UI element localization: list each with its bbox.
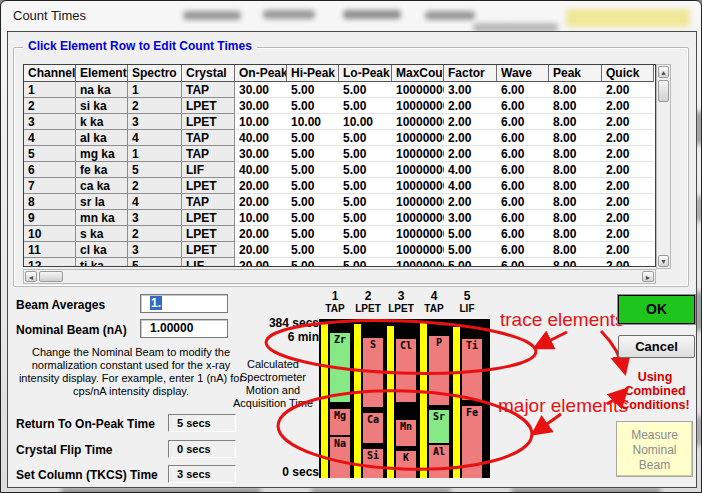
data-cell: 5.00 [339, 258, 392, 267]
scroll-up-button[interactable]: ▲ [658, 66, 669, 78]
data-cell: 40.00 [235, 162, 287, 178]
data-cell: 40.00 [235, 130, 287, 146]
element-label: Ca [363, 414, 383, 425]
fixed-cell: LPET [182, 210, 235, 226]
data-cell: 8.00 [549, 114, 602, 130]
data-cell: 8.00 [549, 178, 602, 194]
title-bar[interactable]: Count Times [1, 1, 702, 31]
data-cell: 6.00 [497, 82, 549, 98]
data-cell: 10000000 [392, 130, 444, 146]
table-row[interactable]: 5mg ka1TAP30.005.005.00100000002.006.008… [24, 146, 655, 162]
motion-cap [420, 319, 427, 322]
gap-segment [462, 319, 482, 339]
table-row[interactable]: 8sr la4TAP20.005.005.00100000002.006.008… [24, 194, 655, 210]
table-row[interactable]: 10s ka2LPET20.005.005.00100000005.006.00… [24, 226, 655, 242]
data-cell: 2.00 [602, 178, 654, 194]
set-column-value: 3 secs [168, 465, 236, 483]
fixed-cell: LIF [182, 162, 235, 178]
chart-minutes-label: 6 min [239, 330, 319, 344]
motion-time-strip [354, 319, 361, 478]
data-cell: 30.00 [235, 98, 287, 114]
data-cell: 3.00 [444, 210, 497, 226]
fixed-cell: 8 [24, 194, 76, 210]
ok-button[interactable]: OK [618, 295, 695, 324]
motion-cap [321, 319, 328, 324]
fixed-cell: LPET [182, 242, 235, 258]
table-row[interactable]: 1na ka1TAP30.005.005.00100000003.006.008… [24, 82, 655, 98]
data-cell: 10000000 [392, 226, 444, 242]
data-cell: 5.00 [444, 242, 497, 258]
data-cell: 10.00 [235, 210, 287, 226]
fixed-cell: cl ka [76, 242, 128, 258]
column-header: Crystal [182, 65, 235, 82]
cancel-button[interactable]: Cancel [618, 335, 695, 358]
data-cell: 5.00 [287, 130, 339, 146]
fixed-cell: k ka [76, 114, 128, 130]
scroll-right-icon: ► [645, 274, 652, 281]
table-row[interactable]: 9mn ka3LPET10.005.005.00100000003.006.00… [24, 210, 655, 226]
table-row[interactable]: 4al ka4TAP40.005.005.00100000002.006.008… [24, 130, 655, 146]
data-cell: 10000000 [392, 114, 444, 130]
acquisition-bar: TiFe [462, 319, 482, 478]
element-segment: K [396, 451, 416, 478]
table-row[interactable]: 6fe ka5LIF40.005.005.00100000004.006.008… [24, 162, 655, 178]
element-segment: Ti [462, 339, 482, 400]
fixed-cell: 2 [128, 226, 182, 242]
data-cell: 10.00 [287, 114, 339, 130]
column-header: Factor [444, 65, 497, 82]
measure-nominal-beam-button[interactable]: Measure Nominal Beam [616, 421, 693, 477]
vertical-scroll-thumb[interactable] [658, 80, 669, 102]
data-cell: 5.00 [339, 82, 392, 98]
beam-averages-input[interactable]: 1. [140, 294, 228, 313]
element-label: Si [363, 450, 383, 461]
column-header: Quick [602, 65, 654, 82]
acquisition-bar: ClMnK [396, 319, 416, 478]
data-cell: 4.00 [444, 162, 497, 178]
table-horizontal-scrollbar[interactable]: ◄ ► [23, 269, 656, 284]
fixed-cell: LIF [182, 258, 235, 267]
return-on-peak-label: Return To On-Peak Time [16, 417, 155, 431]
fixed-cell: ca ka [76, 178, 128, 194]
element-label: Ti [462, 340, 482, 351]
scroll-left-icon: ◄ [28, 274, 35, 281]
data-cell: 10000000 [392, 242, 444, 258]
fixed-cell: 10 [24, 226, 76, 242]
scroll-down-button[interactable]: ▼ [658, 255, 669, 267]
fixed-cell: 7 [24, 178, 76, 194]
data-cell: 10000000 [392, 146, 444, 162]
table-row[interactable]: 11cl ka3LPET20.005.005.00100000005.006.0… [24, 242, 655, 258]
table-row[interactable]: 12ti ka5LIF20.005.005.00100000005.006.00… [24, 258, 655, 267]
fixed-cell: TAP [182, 82, 235, 98]
table-row[interactable]: 7ca ka2LPET20.005.005.00100000004.006.00… [24, 178, 655, 194]
horizontal-scroll-thumb[interactable] [39, 271, 63, 282]
spectrometer-column-header: 5LIF [445, 290, 489, 314]
count-times-table[interactable]: ChannelElementSpectroCrystalOn-PeakHi-Pe… [23, 64, 656, 267]
motion-time-strip [387, 319, 394, 478]
motion-cap [453, 319, 460, 327]
nominal-beam-input[interactable]: 1.00000 [140, 319, 228, 338]
element-label: S [363, 339, 383, 350]
fixed-cell: 9 [24, 210, 76, 226]
data-cell: 8.00 [549, 258, 602, 267]
data-cell: 5.00 [339, 226, 392, 242]
table-row[interactable]: 2si ka2LPET30.005.005.00100000002.006.00… [24, 98, 655, 114]
data-cell: 2.00 [602, 146, 654, 162]
data-cell: 5.00 [287, 82, 339, 98]
nominal-beam-help-text: Change the Nominal Beam to modify the no… [11, 346, 251, 398]
data-cell: 6.00 [497, 210, 549, 226]
scroll-left-button[interactable]: ◄ [25, 271, 37, 282]
motion-time-strip [453, 319, 460, 478]
element-segment: Ca [363, 413, 383, 443]
data-cell: 3.00 [444, 82, 497, 98]
data-cell: 6.00 [497, 162, 549, 178]
data-cell: 10000000 [392, 194, 444, 210]
element-segment: Sr [429, 410, 449, 442]
fixed-cell: 4 [128, 130, 182, 146]
data-cell: 20.00 [235, 178, 287, 194]
table-vertical-scrollbar[interactable]: ▲ ▼ [656, 64, 671, 269]
scroll-right-button[interactable]: ► [642, 271, 654, 282]
data-cell: 10000000 [392, 82, 444, 98]
table-row[interactable]: 3k ka3LPET10.0010.0010.00100000002.006.0… [24, 114, 655, 130]
chart-zero-seconds-label: 0 secs [239, 465, 319, 479]
glass-blur-blob [311, 489, 451, 493]
